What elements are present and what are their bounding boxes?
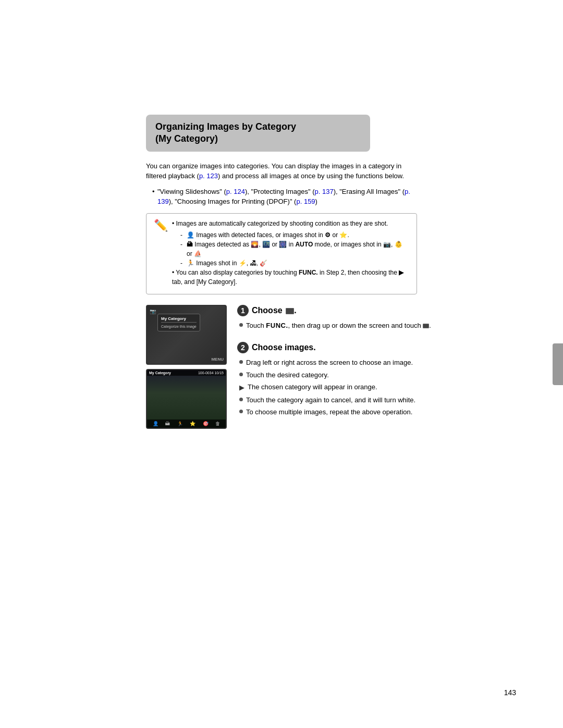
note-icon: ✏️ — [154, 219, 168, 232]
step-1-detail-1: Touch FUNC., then drag up or down the sc… — [239, 320, 516, 331]
step-2-detail-text-4: Touch the category again to cancel, and … — [246, 395, 415, 405]
note-line-5: • You can also display categories by tou… — [172, 268, 409, 287]
screen1-mode-icon: 📷 — [150, 309, 156, 314]
page-title: Organizing Images by Category (My Catego… — [155, 121, 361, 145]
page: Organizing Images by Category (My Catego… — [0, 0, 563, 728]
note-line-4: 🏃 Images shot in ⚡, 🏖, 🎸 — [180, 258, 409, 268]
steps-area: 📷 My Category Categorize this image MENU… — [146, 305, 516, 429]
step-2-details: Drag left or right across the screen to … — [239, 357, 516, 417]
screen2-top-bar: My Category 100-0034 10/15 — [147, 370, 226, 376]
bullet-icon-3 — [239, 373, 243, 376]
step-1-detail-text-1: Touch FUNC., then drag up or down the sc… — [246, 320, 431, 331]
screen2-btn-4: ⭐ — [190, 421, 195, 426]
note-line-1: • Images are automatically categorized b… — [172, 219, 409, 228]
intro-bullet-item: "Viewing Slideshows" (p. 124), "Protecti… — [152, 187, 423, 207]
screen2-counter: 100-0034 10/15 — [198, 371, 224, 375]
note-line-3: 🏔 Images detected as 🌄, 🌃 or 🎆 in AUTO m… — [180, 240, 409, 258]
step-2-detail-5: To choose multiple images, repeat the ab… — [239, 407, 516, 417]
screen-mockup-1: 📷 My Category Categorize this image MENU — [146, 305, 227, 365]
screen1-menu-title: My Category — [161, 316, 197, 323]
intro-paragraph: You can organize images into categories.… — [146, 161, 417, 181]
step-instructions: 1 Choose . Touch FUNC., then drag up or … — [237, 305, 516, 429]
bullet-icon-5 — [239, 410, 243, 413]
screen-mockup-2: My Category 100-0034 10/15 👤 🏔 🏃 ⭐ 🎯 🗑 — [146, 369, 227, 429]
screen-mockups: 📷 My Category Categorize this image MENU… — [146, 305, 227, 429]
step-2-detail-text-5: To choose multiple images, repeat the ab… — [246, 407, 412, 417]
note-box: ✏️ • Images are automatically categorize… — [146, 213, 417, 294]
right-tab — [553, 343, 563, 385]
screen2-btn-3: 🏃 — [177, 421, 183, 426]
step-2-detail-3: ▶ The chosen category will appear in ora… — [239, 382, 516, 393]
note-content: • Images are automatically categorized b… — [172, 219, 409, 289]
intro-bullets: "Viewing Slideshows" (p. 124), "Protecti… — [152, 187, 423, 207]
bullet-icon-2 — [239, 360, 243, 364]
step-1-number: 1 — [237, 305, 249, 316]
page-number: 143 — [504, 688, 516, 697]
step-2-detail-text-3: The chosen category will appear in orang… — [248, 382, 377, 392]
title-box: Organizing Images by Category (My Catego… — [146, 115, 370, 152]
step-1-details: Touch FUNC., then drag up or down the sc… — [239, 320, 516, 331]
screen2-btn-1: 👤 — [153, 421, 158, 426]
step-1-title: Choose . — [252, 306, 297, 315]
step-2-header: 2 Choose images. — [237, 342, 516, 353]
step-1-block: 1 Choose . Touch FUNC., then drag up or … — [237, 305, 516, 331]
link-p139[interactable]: p. 139 — [157, 188, 410, 206]
arrow-icon-1: ▶ — [239, 382, 244, 393]
note-line-2: 👤 Images with detected faces, or images … — [180, 230, 409, 240]
screen1-menu-item-1: Categorize this image — [161, 324, 197, 329]
screen1-menu: My Category Categorize this image — [157, 314, 200, 331]
link-p123[interactable]: p. 123 — [199, 172, 218, 180]
step-2-title: Choose images. — [252, 343, 316, 352]
bullet-icon-4 — [239, 398, 243, 401]
screen2-btn-6: 🗑 — [215, 421, 220, 426]
step-2-number: 2 — [237, 342, 249, 353]
step-2-detail-1: Drag left or right across the screen to … — [239, 357, 516, 368]
screen2-category-label: My Category — [149, 371, 171, 375]
screen2-btn-5: 🎯 — [203, 421, 209, 426]
link-p159[interactable]: p. 159 — [296, 198, 315, 205]
step-2-block: 2 Choose images. Drag left or right acro… — [237, 342, 516, 417]
step-1-header: 1 Choose . — [237, 305, 516, 316]
step-2-detail-4: Touch the category again to cancel, and … — [239, 395, 516, 405]
link-p137[interactable]: p. 137 — [314, 188, 333, 195]
step-2-detail-2: Touch the desired category. — [239, 370, 516, 380]
bullet-icon-1 — [239, 323, 243, 327]
screen2-bottom-bar: 👤 🏔 🏃 ⭐ 🎯 🗑 — [147, 419, 226, 428]
step-2-detail-text-2: Touch the desired category. — [246, 370, 329, 380]
step-2-detail-text-1: Drag left or right across the screen to … — [246, 357, 413, 368]
screen2-btn-2: 🏔 — [165, 421, 170, 426]
screen1-menu-label: MENU — [211, 357, 224, 362]
link-p124[interactable]: p. 124 — [226, 188, 245, 195]
